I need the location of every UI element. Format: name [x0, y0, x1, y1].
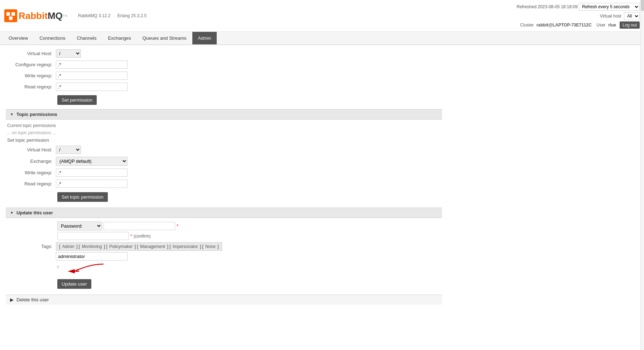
refresh-row: Refreshed 2023-08-05 18:18:09 Refresh ev…	[517, 3, 640, 11]
bracket-close-6: ]	[216, 244, 219, 249]
topic-read-input[interactable]	[56, 180, 128, 188]
tag-impersonator[interactable]: Impersonator	[173, 244, 198, 249]
read-field-label: Read regexp:	[6, 84, 56, 89]
vhost-row: Virtual host All /	[517, 12, 640, 20]
tag-monitoring[interactable]: Monitoring	[82, 244, 102, 249]
cluster-value: rabbit@LAPTOP-73E7112C	[537, 23, 592, 28]
main-nav: Overview Connections Channels Exchanges …	[0, 32, 644, 45]
refresh-select[interactable]: Refresh every 5 seconds No refresh Refre…	[579, 3, 640, 11]
tags-right: [ Admin ] [ Monitoring ] [ Policymaker ]…	[56, 242, 222, 275]
no-topic-permissions: ... no topic permissions ...	[6, 130, 442, 135]
content: Virtual Host: / default Configure regexp…	[0, 45, 448, 309]
password-row: Password: Password hash: *	[6, 222, 442, 230]
set-topic-permission-button[interactable]: Set topic permission	[57, 192, 108, 202]
bracket-open-2: [	[79, 244, 81, 249]
svg-rect-2	[11, 12, 15, 16]
tag-management[interactable]: Management	[140, 244, 165, 249]
tags-input[interactable]	[56, 252, 128, 261]
tag-policymaker[interactable]: Policymaker	[109, 244, 133, 249]
collapse-icon: ▼	[10, 112, 14, 116]
nav-admin[interactable]: Admin	[192, 32, 217, 44]
version-info: RabbitMQ 3.12.2 Erlang 25.3.2.5	[78, 13, 152, 18]
configure-form-row: Configure regexp:	[6, 60, 442, 69]
bracket-open-5: [	[169, 244, 172, 249]
nav-connections[interactable]: Connections	[34, 32, 71, 44]
password-required: *	[177, 223, 178, 229]
topic-exchange-row: Exchange: (AMQP default) amq.direct amq.…	[6, 157, 442, 166]
password-confirm-input[interactable]	[57, 232, 129, 240]
svg-rect-0	[4, 9, 17, 22]
bracket-close-1: ]	[75, 244, 78, 249]
bracket-close-3: ]	[133, 244, 136, 249]
bracket-close-2: ]	[102, 244, 105, 249]
configure-field-label: Configure regexp:	[6, 62, 56, 67]
tag-admin[interactable]: Admin	[62, 244, 75, 249]
topic-exchange-label: Exchange:	[6, 159, 56, 164]
user-label: User	[596, 23, 605, 28]
bracket-close-5: ]	[199, 244, 201, 249]
bracket-open-3: [	[106, 244, 109, 249]
bracket-open-4: [	[137, 244, 139, 249]
refreshed-label: Refreshed 2023-08-05 18:18:09	[517, 4, 578, 9]
vhost-select[interactable]: All /	[624, 12, 640, 20]
red-arrow-annotation	[61, 261, 111, 275]
update-user-button[interactable]: Update user	[57, 279, 91, 289]
bracket-open-1: [	[59, 244, 62, 249]
tags-options-bar: [ Admin ] [ Monitoring ] [ Policymaker ]…	[56, 242, 222, 251]
topic-write-label: Write regexp:	[6, 170, 56, 175]
erlang-version: Erlang 25.3.2.5	[117, 13, 146, 18]
nav-channels[interactable]: Channels	[71, 32, 102, 44]
vhost-field-label: Virtual Host:	[6, 51, 56, 56]
update-user-title: Update this user	[16, 210, 53, 215]
confirm-row: * (confirm)	[6, 232, 442, 240]
tags-field-label: Tags:	[6, 242, 56, 249]
topic-exchange-select[interactable]: (AMQP default) amq.direct amq.fanout amq…	[56, 157, 128, 166]
delete-expand-icon: ▶	[10, 297, 14, 302]
permissions-form: Virtual Host: / default Configure regexp…	[6, 49, 442, 105]
current-topic-label: Current topic permissions	[6, 123, 442, 128]
svg-marker-4	[68, 269, 75, 273]
topic-vhost-row: Virtual Host: / default	[6, 146, 442, 154]
topic-read-label: Read regexp:	[6, 181, 56, 186]
tags-row: Tags: [ Admin ] [ Monitoring ] [ Policym…	[6, 242, 442, 275]
nav-overview[interactable]: Overview	[3, 32, 34, 44]
confirm-required: *	[130, 233, 132, 239]
user-row: Cluster rabbit@LAPTOP-73E7112C User rlue…	[517, 21, 640, 29]
scrollbar-thumb[interactable]	[641, 0, 644, 11]
svg-rect-3	[9, 16, 13, 20]
topic-permissions-title: Topic permissions	[16, 112, 57, 117]
password-input[interactable]	[104, 222, 175, 230]
logout-button[interactable]: Log out	[620, 21, 640, 29]
tags-question: ?	[56, 261, 222, 275]
bracket-open-6: [	[202, 244, 205, 249]
delete-user-section[interactable]: ▶ Delete this user	[6, 295, 442, 305]
read-regexp-input[interactable]	[56, 83, 128, 91]
scrollbar-track[interactable]	[640, 0, 644, 350]
logo-mq: MQ	[48, 10, 63, 21]
set-permission-button[interactable]: Set permission	[57, 95, 97, 105]
logo-rabbit: Rabbit	[19, 10, 48, 21]
topic-vhost-label: Virtual Host:	[6, 147, 56, 152]
write-regexp-input[interactable]	[56, 72, 128, 80]
write-form-row: Write regexp:	[6, 72, 442, 80]
configure-regexp-input[interactable]	[56, 60, 128, 69]
read-form-row: Read regexp:	[6, 83, 442, 91]
confirm-text: (confirm)	[134, 234, 150, 239]
nav-exchanges[interactable]: Exchanges	[102, 32, 136, 44]
top-right-info: Refreshed 2023-08-05 18:18:09 Refresh ev…	[517, 3, 640, 29]
vhost-form-row: Virtual Host: / default	[6, 49, 442, 58]
nav-queues[interactable]: Queues and Streams	[137, 32, 192, 44]
update-user-section: ▼ Update this user Password: Password ha…	[6, 208, 442, 295]
tag-none[interactable]: None	[205, 244, 216, 249]
topic-write-input[interactable]	[56, 169, 128, 177]
delete-user-title: Delete this user	[16, 297, 49, 302]
header: RabbitMQTM RabbitMQ 3.12.2 Erlang 25.3.2…	[0, 0, 644, 32]
permissions-vhost-select[interactable]: / default	[56, 49, 81, 58]
rabbitmq-logo-icon	[4, 9, 17, 22]
update-collapse-icon: ▼	[10, 211, 14, 215]
topic-vhost-select[interactable]: / default	[56, 146, 81, 154]
write-field-label: Write regexp:	[6, 73, 56, 78]
logo: RabbitMQTM	[4, 9, 67, 22]
user-value: rlue	[608, 23, 616, 28]
password-type-select[interactable]: Password: Password hash:	[57, 222, 102, 230]
